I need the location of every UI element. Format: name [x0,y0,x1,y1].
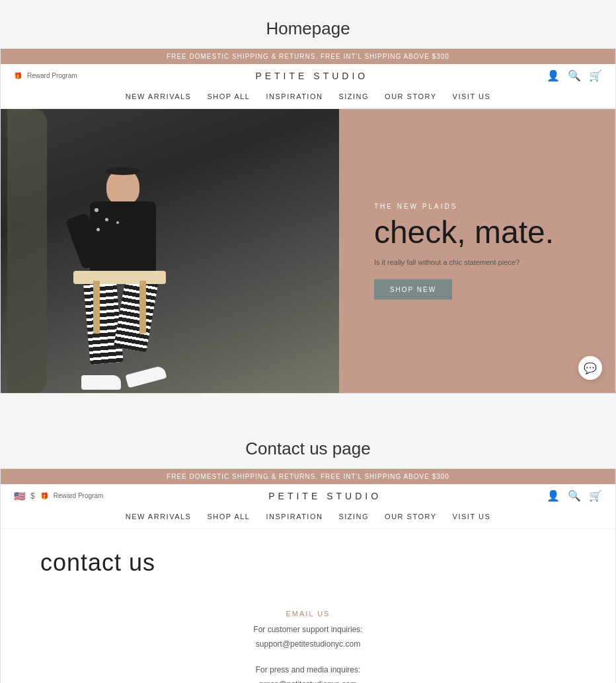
nav-sizing[interactable]: SIZING [338,92,369,100]
nav-inspiration[interactable]: INSPIRATION [266,92,323,100]
contact-reward-program-link[interactable]: Reward Program [54,492,104,499]
contact-nav-visit-us[interactable]: VISIT US [453,513,491,521]
hero-content: THE NEW PLAIDS check, mate. Is it really… [374,203,554,300]
contact-body: EMAIL US For customer support inquiries:… [1,583,615,683]
homepage-label: Homepage [0,0,616,48]
contact-nav-inspiration[interactable]: INSPIRATION [266,513,323,521]
contact-nav-sizing[interactable]: SIZING [338,513,369,521]
account-icon[interactable]: 👤 [547,69,560,82]
contact-nav-shop-all[interactable]: SHOP ALL [207,513,250,521]
site-logo[interactable]: PETITE STUDiO [255,71,368,81]
gift-icon-contact: 🎁 [40,492,48,499]
shop-new-button[interactable]: SHOP NEW [374,279,452,299]
top-banner: FREE DOMESTIC SHIPPING & RETURNS. FREE I… [1,49,615,64]
reward-program-link[interactable]: Reward Program [27,72,77,79]
hero-background [1,109,339,393]
contact-nav-our-story[interactable]: OUR STORY [385,513,437,521]
email-intro-2: For press and media inquires: [40,663,576,678]
hero-title: check, mate. [374,215,554,250]
contact-header-icons: 👤 🔍 🛒 [547,489,602,502]
hero-tagline: Is it really fall without a chic stateme… [374,258,554,266]
contact-main-nav: NEW ARRIVALS SHOP ALL INSPIRATION SIZING… [1,507,615,529]
contact-page-section: FREE DOMESTIC SHIPPING & RETURNS. FREE I… [0,468,616,683]
email-link-1[interactable]: support@petitestudionyc.com [40,637,576,652]
hero-subtitle: THE NEW PLAIDS [374,203,554,210]
contact-page-title: contact us [40,549,576,577]
nav-visit-us[interactable]: VISIT US [453,92,491,100]
contact-heading-area: contact us [1,529,615,583]
chat-bubble-button[interactable]: 💬 [578,356,602,380]
currency-icon[interactable]: $ [30,491,35,501]
email-link-2[interactable]: press@petitestudionyc.com [40,678,576,683]
gift-icon: 🎁 [14,72,22,79]
main-nav: NEW ARRIVALS SHOP ALL INSPIRATION SIZING… [1,87,615,109]
homepage-section: FREE DOMESTIC SHIPPING & RETURNS. FREE I… [0,48,616,394]
contact-page-label: Contact us page [0,420,616,468]
contact-account-icon[interactable]: 👤 [547,489,560,502]
header-icons: 👤 🔍 🛒 [547,69,602,82]
contact-header: 🇺🇸 $ 🎁 Reward Program PETITE STUDiO 👤 🔍 … [1,484,615,507]
contact-nav-new-arrivals[interactable]: NEW ARRIVALS [126,513,192,521]
nav-shop-all[interactable]: SHOP ALL [207,92,250,100]
contact-top-banner: FREE DOMESTIC SHIPPING & RETURNS. FREE I… [1,469,615,484]
nav-new-arrivals[interactable]: NEW ARRIVALS [126,92,192,100]
contact-cart-icon[interactable]: 🛒 [589,489,602,502]
hero-banner: THE NEW PLAIDS check, mate. Is it really… [1,109,615,393]
header: 🎁 Reward Program PETITE STUDiO 👤 🔍 🛒 [1,64,615,87]
nav-our-story[interactable]: OUR STORY [385,92,437,100]
flag-icon: 🇺🇸 [14,491,25,501]
contact-search-icon[interactable]: 🔍 [568,489,581,502]
contact-site-logo[interactable]: PETITE STUDiO [268,491,381,501]
email-us-label: EMAIL US [40,610,576,618]
contact-header-left: 🇺🇸 $ 🎁 Reward Program [14,491,103,501]
header-left: 🎁 Reward Program [14,72,77,79]
search-icon[interactable]: 🔍 [568,69,581,82]
email-intro-1: For customer support inquiries: [40,623,576,637]
cart-icon[interactable]: 🛒 [589,69,602,82]
